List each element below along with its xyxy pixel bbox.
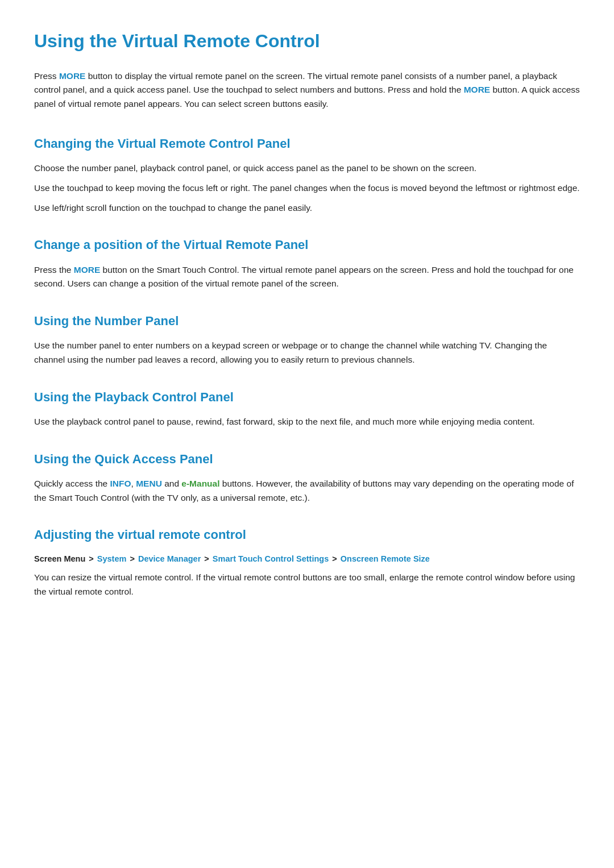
heading-adjusting: Adjusting the virtual remote control — [34, 525, 580, 545]
info-highlight: INFO — [110, 479, 131, 488]
more-highlight-1: MORE — [59, 71, 86, 81]
emanual-highlight: e-Manual — [181, 479, 219, 488]
para-number-1: Use the number panel to enter numbers on… — [34, 339, 580, 367]
para-playback-1: Use the playback control panel to pause,… — [34, 415, 580, 429]
more-highlight-3: MORE — [74, 265, 101, 275]
para-position-1: Press the MORE button on the Smart Touch… — [34, 263, 580, 292]
para-adjusting-1: You can resize the virtual remote contro… — [34, 571, 580, 599]
heading-quickaccess: Using the Quick Access Panel — [34, 450, 580, 469]
page-title: Using the Virtual Remote Control — [34, 27, 580, 56]
heading-number: Using the Number Panel — [34, 312, 580, 331]
para-quickaccess-1: Quickly access the INFO, MENU and e-Manu… — [34, 477, 580, 505]
para-changing-1: Choose the number panel, playback contro… — [34, 161, 580, 176]
breadcrumb-device-manager: Device Manager — [138, 554, 201, 563]
breadcrumb-system: System — [97, 554, 127, 563]
heading-playback: Using the Playback Control Panel — [34, 388, 580, 407]
section-adjusting: Adjusting the virtual remote control Scr… — [34, 525, 580, 599]
intro-section: Press MORE button to display the virtual… — [34, 69, 580, 111]
heading-position: Change a position of the Virtual Remote … — [34, 235, 580, 255]
heading-changing: Changing the Virtual Remote Control Pane… — [34, 134, 580, 153]
section-number: Using the Number Panel Use the number pa… — [34, 312, 580, 367]
para-changing-2: Use the touchpad to keep moving the focu… — [34, 181, 580, 196]
section-quickaccess: Using the Quick Access Panel Quickly acc… — [34, 450, 580, 505]
section-changing: Changing the Virtual Remote Control Pane… — [34, 134, 580, 215]
intro-paragraph: Press MORE button to display the virtual… — [34, 69, 580, 111]
breadcrumb-onscreen-remote: Onscreen Remote Size — [341, 554, 430, 563]
breadcrumb-sep-4: > — [332, 554, 339, 563]
breadcrumb-screen-menu: Screen Menu — [34, 554, 85, 563]
breadcrumb-sep-1: > — [89, 554, 96, 563]
breadcrumb: Screen Menu > System > Device Manager > … — [34, 553, 580, 566]
breadcrumb-sep-3: > — [204, 554, 211, 563]
section-playback: Using the Playback Control Panel Use the… — [34, 388, 580, 429]
section-position: Change a position of the Virtual Remote … — [34, 235, 580, 291]
more-highlight-2: MORE — [464, 85, 491, 94]
para-changing-3: Use left/right scroll function on the to… — [34, 201, 580, 215]
breadcrumb-sep-2: > — [130, 554, 137, 563]
menu-highlight: MENU — [136, 479, 162, 488]
breadcrumb-smart-touch: Smart Touch Control Settings — [213, 554, 329, 563]
